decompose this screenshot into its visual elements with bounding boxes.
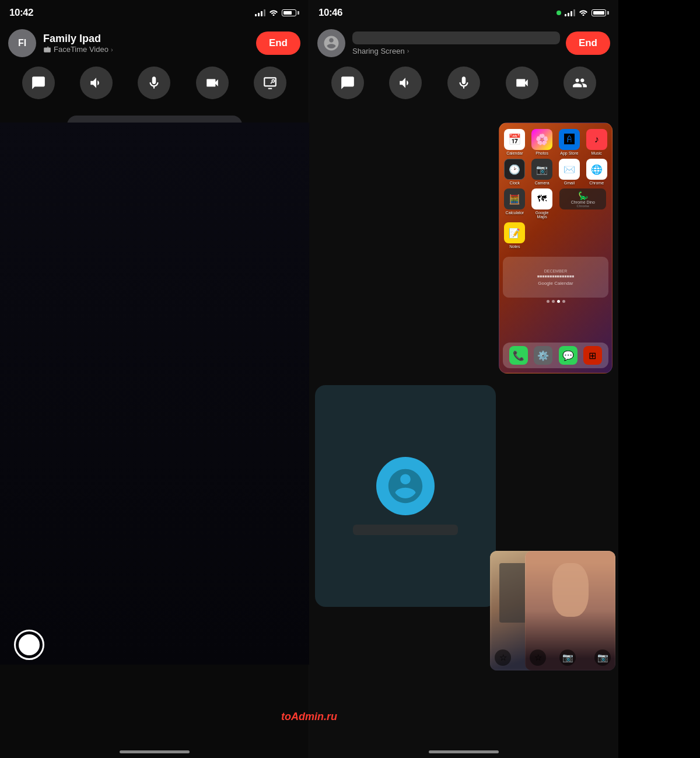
caller-video-area bbox=[315, 385, 496, 607]
dock-messages[interactable]: 💬 bbox=[559, 346, 578, 365]
caller-subtitle: FaceTime Video › bbox=[43, 45, 250, 54]
left-signal-icon bbox=[255, 9, 265, 16]
hs-app-clock[interactable]: 🕑 Clock bbox=[503, 159, 527, 185]
right-video-button[interactable] bbox=[506, 67, 538, 99]
hs-app-chrome[interactable]: 🌐 Chrome bbox=[584, 159, 608, 185]
video-button[interactable] bbox=[196, 67, 229, 99]
left-end-button[interactable]: End bbox=[256, 32, 300, 55]
right-time: 10:46 bbox=[318, 7, 342, 19]
right-signal-icon bbox=[565, 9, 575, 16]
hs-page-dots bbox=[499, 300, 612, 303]
right-message-button[interactable] bbox=[331, 67, 364, 99]
thumb-left-star-button[interactable]: ☆ bbox=[495, 649, 511, 666]
hs-app-notes[interactable]: 📝 Notes bbox=[503, 222, 527, 249]
left-controls-row bbox=[0, 61, 309, 105]
right-end-button[interactable]: End bbox=[566, 32, 610, 55]
caller-name: Family Ipad bbox=[43, 33, 250, 45]
dock-settings[interactable]: ⚙️ bbox=[534, 346, 552, 365]
sharing-chevron-icon: › bbox=[407, 47, 410, 54]
dock-phone[interactable]: 📞 bbox=[509, 346, 528, 365]
right-mute-button[interactable] bbox=[447, 67, 480, 99]
caller-name-bar bbox=[353, 525, 458, 535]
thumb-right-star-button[interactable]: ☆ bbox=[530, 649, 546, 666]
right-caller-details: Sharing Screen › bbox=[352, 32, 560, 55]
dock-grid[interactable]: ⊞ bbox=[583, 346, 602, 365]
hs-app-appstore[interactable]: 🅰 App Store bbox=[558, 129, 582, 155]
right-panel: 10:46 bbox=[309, 0, 618, 758]
hs-app-music[interactable]: ♪ Music bbox=[584, 129, 608, 155]
speaker-button[interactable] bbox=[80, 67, 113, 99]
right-caller-info: Sharing Screen › bbox=[317, 29, 560, 57]
avatar: FI bbox=[8, 29, 36, 57]
left-home-indicator bbox=[120, 750, 190, 753]
hs-app-calendar[interactable]: 📅 Calendar bbox=[503, 129, 527, 155]
right-home-indicator bbox=[429, 750, 499, 753]
homescreen-preview: 📅 Calendar 🌸 Photos 🅰 App Store ♪ Music bbox=[499, 123, 612, 373]
message-button[interactable] bbox=[22, 67, 55, 99]
left-time: 10:42 bbox=[9, 7, 33, 19]
left-status-bar: 10:42 bbox=[0, 0, 309, 26]
page-dot-2 bbox=[552, 300, 555, 303]
homescreen-grid: 📅 Calendar 🌸 Photos 🅰 App Store ♪ Music bbox=[499, 123, 612, 254]
calendar-widget-label: Google Calendar bbox=[538, 281, 573, 286]
thumb-right-video: ☆ 📷 bbox=[525, 551, 615, 670]
green-dot bbox=[556, 11, 561, 15]
left-status-icons bbox=[255, 9, 299, 18]
record-inner bbox=[19, 634, 40, 655]
split-container: 10:42 FI Famil bbox=[0, 0, 618, 758]
record-button[interactable] bbox=[14, 630, 44, 660]
right-speaker-button[interactable] bbox=[389, 67, 422, 99]
left-battery-icon bbox=[282, 9, 299, 16]
hs-app-photos[interactable]: 🌸 Photos bbox=[530, 129, 554, 155]
caller-details: Family Ipad FaceTime Video › bbox=[43, 33, 250, 54]
hs-app-calculator[interactable]: 🧮 Calculator bbox=[503, 188, 527, 219]
svg-rect-0 bbox=[44, 47, 51, 52]
sharing-name-block bbox=[352, 32, 560, 44]
svg-point-1 bbox=[272, 80, 275, 82]
thumb-right-camera-button[interactable]: 📷 bbox=[594, 649, 611, 666]
page-dot-3 bbox=[557, 300, 560, 303]
hs-dock: 📞 ⚙️ 💬 ⊞ bbox=[503, 343, 608, 368]
right-controls-row bbox=[309, 61, 618, 105]
hs-app-maps[interactable]: 🗺 Google Maps bbox=[530, 188, 554, 219]
dark-bg bbox=[0, 123, 309, 665]
hs-calendar-widget: DECEMBER ■■■■■■■■■■■■■■■ Google Calendar bbox=[503, 257, 608, 298]
chevron-icon: › bbox=[111, 46, 113, 53]
hs-app-chromedino[interactable]: 🦕 Chrome Dino Chrome bbox=[558, 188, 609, 219]
caller-info: FI Family Ipad FaceTime Video › bbox=[8, 29, 250, 57]
facetime-label: FaceTime Video bbox=[54, 45, 108, 54]
left-call-header: FI Family Ipad FaceTime Video › End bbox=[0, 26, 309, 61]
right-wifi-icon bbox=[579, 9, 588, 18]
thumb-right-inner: ☆ 📷 bbox=[525, 551, 615, 670]
right-status-bar: 10:46 bbox=[309, 0, 618, 26]
page-dot-4 bbox=[562, 300, 565, 303]
hs-app-camera[interactable]: 📷 Camera bbox=[530, 159, 554, 185]
sharing-status: Sharing Screen bbox=[352, 47, 405, 55]
right-call-header: Sharing Screen › End bbox=[309, 26, 618, 61]
sharing-subtitle: Sharing Screen › bbox=[352, 47, 560, 55]
watermark: toAdmin.ru bbox=[281, 711, 337, 723]
left-wifi-icon bbox=[269, 9, 278, 18]
right-status-icons bbox=[556, 9, 609, 18]
right-people-button[interactable] bbox=[564, 67, 596, 99]
page-dot-1 bbox=[547, 300, 550, 303]
right-avatar bbox=[317, 29, 345, 57]
screen-share-button[interactable] bbox=[254, 67, 286, 99]
mute-button[interactable] bbox=[138, 67, 170, 99]
caller-avatar-large bbox=[376, 457, 435, 515]
hs-app-gmail[interactable]: ✉️ Gmail bbox=[558, 159, 582, 185]
right-battery-icon bbox=[592, 9, 609, 16]
left-panel: 10:42 FI Famil bbox=[0, 0, 309, 758]
